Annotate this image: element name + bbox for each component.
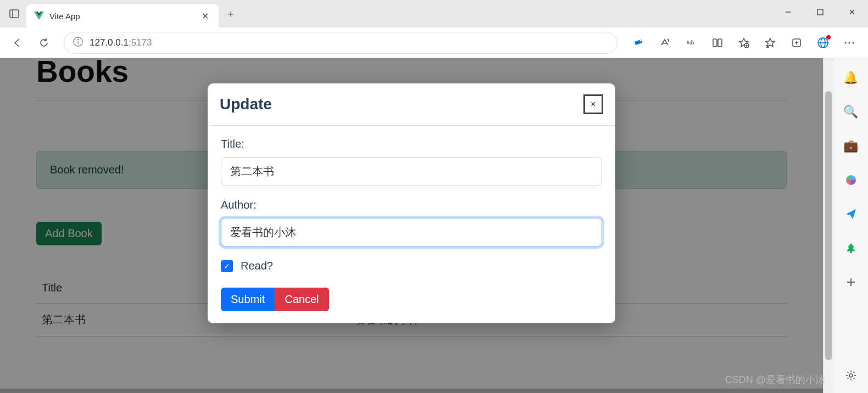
minimize-button[interactable] <box>772 0 804 24</box>
modal-footer: Submit Cancel <box>221 288 602 311</box>
svg-point-28 <box>849 374 853 377</box>
favorites-icon[interactable] <box>732 32 756 54</box>
sidebar-tree-icon[interactable] <box>840 237 862 259</box>
cancel-button[interactable]: Cancel <box>275 288 329 311</box>
modal-body: Title: Author: ✓ Read? Submit Cancel <box>208 126 615 323</box>
svg-rect-10 <box>718 39 722 47</box>
sidebar-tools-icon[interactable]: 💼 <box>840 135 862 157</box>
tab-close-button[interactable]: ✕ <box>199 9 211 24</box>
refresh-button[interactable] <box>33 32 55 54</box>
sidebar-notifications-icon[interactable]: 🔔 <box>840 67 862 89</box>
svg-rect-0 <box>10 10 19 18</box>
svg-point-24 <box>853 42 854 43</box>
collections-icon[interactable] <box>784 32 809 54</box>
tab-bar: Vite App ✕ ＋ ✕ <box>0 0 868 27</box>
tab-overview-button[interactable] <box>4 4 24 24</box>
title-input[interactable] <box>221 157 602 186</box>
svg-point-7 <box>640 40 642 41</box>
sidebar-settings-icon[interactable] <box>840 364 862 386</box>
title-label: Title: <box>221 138 602 150</box>
update-modal: Update × Title: Author: ✓ Read? <box>208 83 615 323</box>
read-aloud-icon[interactable] <box>653 32 677 54</box>
browser-chrome: Vite App ✕ ＋ ✕ 127.0.0.1:5173 <box>0 0 868 58</box>
modal-close-button[interactable]: × <box>583 94 603 114</box>
tab-title: Vite App <box>49 12 194 21</box>
browser-tab[interactable]: Vite App ✕ <box>26 4 219 27</box>
sidebar-office-icon[interactable] <box>840 169 862 191</box>
author-input[interactable] <box>221 218 602 246</box>
site-info-icon[interactable] <box>73 37 83 49</box>
read-label: Read? <box>241 260 273 272</box>
translate-icon[interactable]: aあ <box>679 32 703 54</box>
menu-button[interactable] <box>837 32 861 54</box>
scrollbar[interactable] <box>823 58 833 393</box>
sidebar-search-icon[interactable]: 🔍 <box>840 101 862 123</box>
shopping-icon[interactable] <box>626 32 650 54</box>
split-screen-icon[interactable] <box>705 32 730 54</box>
svg-point-23 <box>849 42 850 43</box>
url-bar[interactable]: 127.0.0.1:5173 <box>64 32 617 54</box>
new-tab-button[interactable]: ＋ <box>221 4 241 24</box>
submit-button[interactable]: Submit <box>221 288 275 311</box>
close-window-button[interactable]: ✕ <box>836 0 868 24</box>
vue-favicon-icon <box>34 11 44 21</box>
svg-rect-3 <box>817 9 823 15</box>
sidebar-add-icon[interactable] <box>840 271 862 293</box>
svg-rect-9 <box>713 39 717 47</box>
modal-title: Update <box>220 96 272 113</box>
sidebar-send-icon[interactable] <box>840 203 862 225</box>
address-bar: 127.0.0.1:5173 aあ <box>0 27 868 58</box>
page-viewport: Books Book removed! Add Book Title Autho… <box>0 58 823 393</box>
toolbar-icons: aあ <box>626 32 861 54</box>
edge-sidebar: 🔔 🔍 💼 <box>833 58 868 393</box>
svg-point-6 <box>77 39 79 40</box>
favorites-list-icon[interactable] <box>758 32 782 54</box>
author-label: Author: <box>221 199 602 211</box>
extensions-icon[interactable] <box>811 32 835 54</box>
window-controls: ✕ <box>772 0 868 24</box>
svg-point-22 <box>845 42 847 43</box>
watermark: CSDN @爱看书的小沐 <box>725 373 825 386</box>
scrollbar-thumb[interactable] <box>825 91 832 360</box>
back-button[interactable] <box>7 32 29 54</box>
maximize-button[interactable] <box>804 0 836 24</box>
modal-header: Update × <box>208 83 615 126</box>
svg-rect-25 <box>850 251 852 253</box>
svg-text:aあ: aあ <box>687 40 694 45</box>
read-checkbox[interactable]: ✓ <box>221 260 233 272</box>
modal-backdrop[interactable]: Update × Title: Author: ✓ Read? <box>0 58 823 393</box>
url-text: 127.0.0.1:5173 <box>90 37 152 48</box>
